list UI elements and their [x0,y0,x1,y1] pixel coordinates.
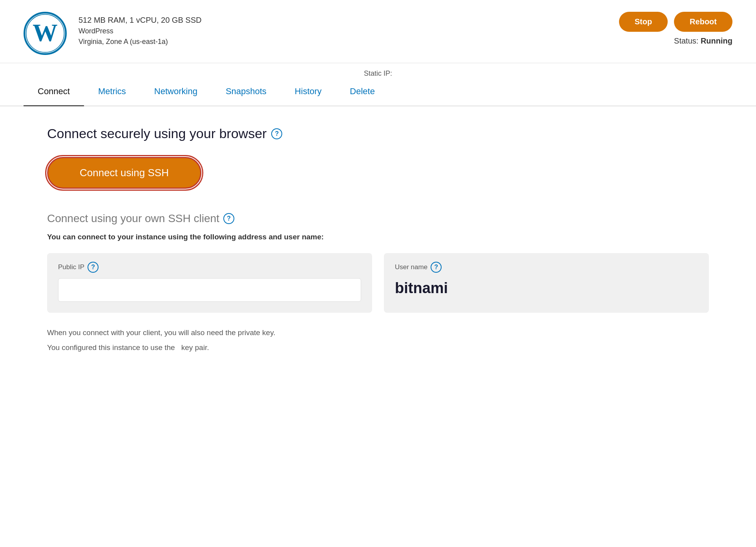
static-ip-label: Static IP: [364,69,392,77]
tab-connect[interactable]: Connect [24,78,84,106]
connection-fields: Public IP ? User name ? bitnami [47,253,709,313]
instance-app-name: WordPress [79,27,201,35]
browser-connect-help-icon[interactable]: ? [271,128,282,139]
private-key-note: When you connect with your client, you w… [47,328,709,337]
public-ip-label: Public IP ? [58,262,361,273]
tab-metrics[interactable]: Metrics [84,78,140,106]
header-buttons: Stop Reboot [619,12,732,32]
key-pair-note-suffix: key pair. [181,343,209,352]
instance-specs: 512 MB RAM, 1 vCPU, 20 GB SSD [79,16,201,25]
nav-tabs: Connect Metrics Networking Snapshots His… [0,78,756,106]
username-label: User name ? [395,262,698,273]
browser-connect-title: Connect securely using your browser [47,126,267,141]
main-content: Connect securely using your browser ? Co… [0,106,756,372]
username-help-icon[interactable]: ? [431,262,442,273]
status-value: Running [701,36,732,45]
key-pair-note-prefix: You configured this instance to use the [47,343,175,352]
stop-button[interactable]: Stop [619,12,668,32]
status-prefix: Status: [674,36,701,45]
instance-status: Status: Running [674,36,732,46]
tab-delete[interactable]: Delete [336,78,389,106]
public-ip-input[interactable] [58,278,361,302]
header-actions: Stop Reboot Status: Running [619,12,732,46]
tab-snapshots[interactable]: Snapshots [212,78,281,106]
page-header: W 512 MB RAM, 1 vCPU, 20 GB SSD WordPres… [0,0,756,63]
ssh-client-heading: Connect using your own SSH client ? [47,212,709,225]
public-ip-help-icon[interactable]: ? [88,262,99,273]
connect-ssh-button[interactable]: Connect using SSH [47,157,201,189]
instance-region: Virginia, Zone A (us-east-1a) [79,38,201,46]
reboot-button[interactable]: Reboot [674,12,732,32]
username-field-box: User name ? bitnami [384,253,709,313]
static-ip-row: Static IP: [0,63,756,78]
instance-info: 512 MB RAM, 1 vCPU, 20 GB SSD WordPress … [79,12,201,46]
svg-text:W: W [33,19,58,47]
tab-history[interactable]: History [281,78,336,106]
tab-networking[interactable]: Networking [140,78,212,106]
ssh-client-help-icon[interactable]: ? [223,213,234,224]
ssh-client-title: Connect using your own SSH client [47,212,219,225]
app-logo: W [24,12,67,55]
username-value: bitnami [395,278,698,297]
ssh-client-description: You can connect to your instance using t… [47,233,709,241]
key-pair-note: You configured this instance to use the … [47,343,709,352]
public-ip-field-box: Public IP ? [47,253,372,313]
browser-connect-heading: Connect securely using your browser ? [47,126,709,141]
